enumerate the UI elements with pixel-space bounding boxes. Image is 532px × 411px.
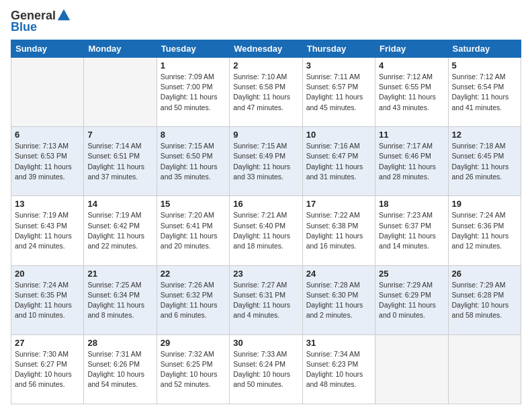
day-info: Sunrise: 7:20 AMSunset: 6:41 PMDaylight:… xyxy=(161,210,226,251)
day-info: Sunrise: 7:28 AMSunset: 6:30 PMDaylight:… xyxy=(306,280,371,321)
calendar-week-row: 13Sunrise: 7:19 AMSunset: 6:43 PMDayligh… xyxy=(11,196,521,265)
day-info: Sunrise: 7:29 AMSunset: 6:29 PMDaylight:… xyxy=(379,280,444,321)
calendar-cell: 22Sunrise: 7:26 AMSunset: 6:32 PMDayligh… xyxy=(157,265,229,334)
weekday-header-saturday: Saturday xyxy=(448,40,521,58)
day-number: 6 xyxy=(15,130,80,140)
svg-marker-0 xyxy=(58,9,70,21)
day-number: 14 xyxy=(87,199,152,209)
calendar-cell: 14Sunrise: 7:19 AMSunset: 6:42 PMDayligh… xyxy=(84,196,157,265)
day-number: 10 xyxy=(306,130,371,140)
calendar-cell: 17Sunrise: 7:22 AMSunset: 6:38 PMDayligh… xyxy=(302,196,375,265)
day-number: 25 xyxy=(379,269,444,279)
day-info: Sunrise: 7:31 AMSunset: 6:26 PMDaylight:… xyxy=(87,349,152,390)
day-info: Sunrise: 7:17 AMSunset: 6:46 PMDaylight:… xyxy=(379,141,444,182)
calendar-cell: 9Sunrise: 7:15 AMSunset: 6:49 PMDaylight… xyxy=(230,127,302,196)
weekday-header-tuesday: Tuesday xyxy=(157,40,229,58)
calendar-cell: 5Sunrise: 7:12 AMSunset: 6:54 PMDaylight… xyxy=(448,58,521,127)
calendar-cell xyxy=(11,58,84,127)
day-info: Sunrise: 7:15 AMSunset: 6:49 PMDaylight:… xyxy=(233,141,298,182)
weekday-header-wednesday: Wednesday xyxy=(230,40,302,58)
day-number: 9 xyxy=(233,130,298,140)
day-number: 5 xyxy=(452,60,517,71)
calendar-cell: 3Sunrise: 7:11 AMSunset: 6:57 PMDaylight… xyxy=(302,58,375,127)
day-info: Sunrise: 7:30 AMSunset: 6:27 PMDaylight:… xyxy=(15,349,80,390)
day-number: 22 xyxy=(161,269,226,279)
day-number: 4 xyxy=(379,60,444,71)
day-info: Sunrise: 7:25 AMSunset: 6:34 PMDaylight:… xyxy=(87,280,152,321)
day-info: Sunrise: 7:18 AMSunset: 6:45 PMDaylight:… xyxy=(452,141,517,182)
calendar-cell: 7Sunrise: 7:14 AMSunset: 6:51 PMDaylight… xyxy=(84,127,157,196)
day-number: 2 xyxy=(233,60,298,71)
day-number: 18 xyxy=(379,199,444,209)
day-info: Sunrise: 7:24 AMSunset: 6:35 PMDaylight:… xyxy=(15,280,80,321)
day-number: 21 xyxy=(87,269,152,279)
calendar-cell: 11Sunrise: 7:17 AMSunset: 6:46 PMDayligh… xyxy=(375,127,448,196)
calendar-week-row: 6Sunrise: 7:13 AMSunset: 6:53 PMDaylight… xyxy=(11,127,521,196)
weekday-header-thursday: Thursday xyxy=(302,40,375,58)
page: General Blue SundayMondayTuesdayWednesda… xyxy=(0,0,532,411)
day-number: 12 xyxy=(452,130,517,140)
calendar-cell: 25Sunrise: 7:29 AMSunset: 6:29 PMDayligh… xyxy=(375,265,448,334)
weekday-header-monday: Monday xyxy=(84,40,157,58)
day-number: 27 xyxy=(15,338,80,348)
day-info: Sunrise: 7:23 AMSunset: 6:37 PMDaylight:… xyxy=(379,210,444,251)
day-number: 3 xyxy=(306,60,371,71)
day-number: 11 xyxy=(379,130,444,140)
calendar-cell: 31Sunrise: 7:34 AMSunset: 6:23 PMDayligh… xyxy=(302,334,375,404)
day-number: 1 xyxy=(161,60,226,71)
day-number: 24 xyxy=(306,269,371,279)
day-info: Sunrise: 7:09 AMSunset: 7:00 PMDaylight:… xyxy=(161,72,226,113)
calendar-cell: 1Sunrise: 7:09 AMSunset: 7:00 PMDaylight… xyxy=(157,58,229,127)
day-number: 23 xyxy=(233,269,298,279)
calendar-cell: 15Sunrise: 7:20 AMSunset: 6:41 PMDayligh… xyxy=(157,196,229,265)
calendar-cell: 21Sunrise: 7:25 AMSunset: 6:34 PMDayligh… xyxy=(84,265,157,334)
calendar-cell: 23Sunrise: 7:27 AMSunset: 6:31 PMDayligh… xyxy=(230,265,302,334)
calendar-cell: 10Sunrise: 7:16 AMSunset: 6:47 PMDayligh… xyxy=(302,127,375,196)
calendar-cell: 8Sunrise: 7:15 AMSunset: 6:50 PMDaylight… xyxy=(157,127,229,196)
day-info: Sunrise: 7:14 AMSunset: 6:51 PMDaylight:… xyxy=(87,141,152,182)
calendar-cell xyxy=(448,334,521,404)
day-info: Sunrise: 7:33 AMSunset: 6:24 PMDaylight:… xyxy=(233,349,298,390)
calendar-cell: 28Sunrise: 7:31 AMSunset: 6:26 PMDayligh… xyxy=(84,334,157,404)
day-number: 29 xyxy=(161,338,226,348)
header: General Blue xyxy=(11,8,521,34)
day-info: Sunrise: 7:12 AMSunset: 6:55 PMDaylight:… xyxy=(379,72,444,113)
day-info: Sunrise: 7:29 AMSunset: 6:28 PMDaylight:… xyxy=(452,280,517,321)
day-info: Sunrise: 7:11 AMSunset: 6:57 PMDaylight:… xyxy=(306,72,371,113)
day-info: Sunrise: 7:27 AMSunset: 6:31 PMDaylight:… xyxy=(233,280,298,321)
day-info: Sunrise: 7:26 AMSunset: 6:32 PMDaylight:… xyxy=(161,280,226,321)
day-number: 19 xyxy=(452,199,517,209)
calendar-cell: 13Sunrise: 7:19 AMSunset: 6:43 PMDayligh… xyxy=(11,196,84,265)
day-number: 30 xyxy=(233,338,298,348)
calendar-table: SundayMondayTuesdayWednesdayThursdayFrid… xyxy=(11,40,521,404)
calendar-cell: 2Sunrise: 7:10 AMSunset: 6:58 PMDaylight… xyxy=(230,58,302,127)
day-number: 7 xyxy=(87,130,152,140)
day-number: 28 xyxy=(87,338,152,348)
day-number: 20 xyxy=(15,269,80,279)
day-number: 13 xyxy=(15,199,80,209)
day-info: Sunrise: 7:16 AMSunset: 6:47 PMDaylight:… xyxy=(306,141,371,182)
day-info: Sunrise: 7:34 AMSunset: 6:23 PMDaylight:… xyxy=(306,349,371,390)
day-info: Sunrise: 7:22 AMSunset: 6:38 PMDaylight:… xyxy=(306,210,371,251)
calendar-cell: 12Sunrise: 7:18 AMSunset: 6:45 PMDayligh… xyxy=(448,127,521,196)
day-number: 31 xyxy=(306,338,371,348)
day-info: Sunrise: 7:12 AMSunset: 6:54 PMDaylight:… xyxy=(452,72,517,113)
calendar-cell xyxy=(375,334,448,404)
calendar-cell: 30Sunrise: 7:33 AMSunset: 6:24 PMDayligh… xyxy=(230,334,302,404)
day-number: 15 xyxy=(161,199,226,209)
day-info: Sunrise: 7:21 AMSunset: 6:40 PMDaylight:… xyxy=(233,210,298,251)
calendar-cell: 19Sunrise: 7:24 AMSunset: 6:36 PMDayligh… xyxy=(448,196,521,265)
calendar-cell: 26Sunrise: 7:29 AMSunset: 6:28 PMDayligh… xyxy=(448,265,521,334)
calendar-cell: 6Sunrise: 7:13 AMSunset: 6:53 PMDaylight… xyxy=(11,127,84,196)
day-info: Sunrise: 7:24 AMSunset: 6:36 PMDaylight:… xyxy=(452,210,517,251)
calendar-cell: 27Sunrise: 7:30 AMSunset: 6:27 PMDayligh… xyxy=(11,334,84,404)
day-info: Sunrise: 7:19 AMSunset: 6:43 PMDaylight:… xyxy=(15,210,80,251)
day-info: Sunrise: 7:13 AMSunset: 6:53 PMDaylight:… xyxy=(15,141,80,182)
calendar-cell: 18Sunrise: 7:23 AMSunset: 6:37 PMDayligh… xyxy=(375,196,448,265)
day-info: Sunrise: 7:15 AMSunset: 6:50 PMDaylight:… xyxy=(161,141,226,182)
calendar-cell: 20Sunrise: 7:24 AMSunset: 6:35 PMDayligh… xyxy=(11,265,84,334)
calendar-week-row: 20Sunrise: 7:24 AMSunset: 6:35 PMDayligh… xyxy=(11,265,521,334)
day-info: Sunrise: 7:19 AMSunset: 6:42 PMDaylight:… xyxy=(87,210,152,251)
logo-blue: Blue xyxy=(11,20,37,34)
calendar-week-row: 1Sunrise: 7:09 AMSunset: 7:00 PMDaylight… xyxy=(11,58,521,127)
